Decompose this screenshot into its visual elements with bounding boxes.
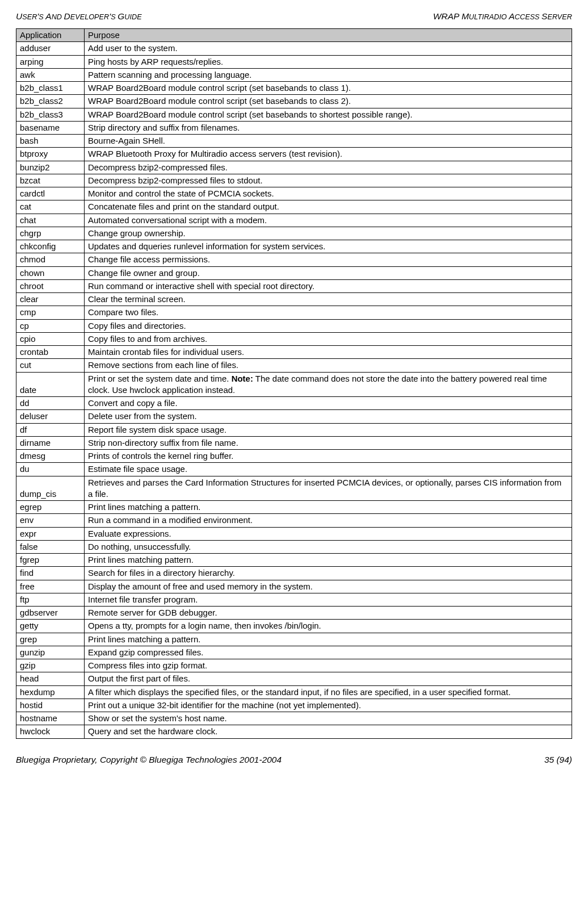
table-row: falseDo nothing, unsuccessfully. bbox=[16, 540, 572, 553]
table-row: hostnameShow or set the system's host na… bbox=[16, 712, 572, 725]
cell-application: df bbox=[16, 423, 85, 436]
table-row: freeDisplay the amount of free and used … bbox=[16, 580, 572, 593]
cell-purpose: Print lines matching a pattern. bbox=[85, 633, 572, 646]
table-row: ddConvert and copy a file. bbox=[16, 397, 572, 410]
cell-purpose: Remote server for GDB debugger. bbox=[85, 607, 572, 620]
footer-right: 35 (94) bbox=[544, 755, 572, 765]
cell-application: cat bbox=[16, 200, 85, 214]
table-row: b2b_class1WRAP Board2Board module contro… bbox=[16, 82, 572, 95]
cell-application: cp bbox=[16, 319, 85, 332]
cell-purpose: WRAP Bluetooth Proxy for Multiradio acce… bbox=[85, 148, 572, 161]
cell-application: b2b_class2 bbox=[16, 95, 85, 108]
cell-application: arping bbox=[16, 55, 85, 68]
table-row: envRun a command in a modified environme… bbox=[16, 514, 572, 527]
cell-application: gzip bbox=[16, 659, 85, 672]
cell-application: bash bbox=[16, 135, 85, 148]
header-purpose: Purpose bbox=[85, 29, 572, 42]
cell-application: chkconfig bbox=[16, 240, 85, 253]
cell-purpose: Convert and copy a file. bbox=[85, 397, 572, 410]
cell-purpose: Output the first part of files. bbox=[85, 672, 572, 685]
cell-purpose: Display the amount of free and used memo… bbox=[85, 580, 572, 593]
header-application: Application bbox=[16, 29, 85, 42]
table-row: chrootRun command or interactive shell w… bbox=[16, 279, 572, 292]
cell-application: chat bbox=[16, 214, 85, 227]
table-row: headOutput the first part of files. bbox=[16, 672, 572, 685]
cell-purpose: Delete user from the system. bbox=[85, 410, 572, 423]
cell-application: clear bbox=[16, 293, 85, 306]
cell-purpose: Updates and dqueries runlevel informatio… bbox=[85, 240, 572, 253]
table-row: cpCopy files and directories. bbox=[16, 319, 572, 332]
cell-purpose: Print out a unique 32-bit identifier for… bbox=[85, 699, 572, 712]
table-row: dfReport file system disk space usage. bbox=[16, 423, 572, 436]
table-row: awkPattern scanning and processing langu… bbox=[16, 68, 572, 81]
cell-purpose: WRAP Board2Board module control script (… bbox=[85, 82, 572, 95]
cell-application: bzcat bbox=[16, 174, 85, 187]
table-row: chkconfigUpdates and dqueries runlevel i… bbox=[16, 240, 572, 253]
cell-purpose: Internet file transfer program. bbox=[85, 593, 572, 606]
table-row: datePrint or set the system date and tim… bbox=[16, 372, 572, 397]
cell-application: grep bbox=[16, 633, 85, 646]
cell-purpose: Do nothing, unsuccessfully. bbox=[85, 540, 572, 553]
table-row: chownChange file owner and group. bbox=[16, 266, 572, 279]
table-row: dmesgPrints of controls the kernel ring … bbox=[16, 450, 572, 463]
table-row: chatAutomated conversational script with… bbox=[16, 214, 572, 227]
cell-purpose: Decompress bzip2-compressed files to std… bbox=[85, 174, 572, 187]
cell-purpose: Estimate file space usage. bbox=[85, 463, 572, 476]
table-row: bashBourne-Again SHell. bbox=[16, 135, 572, 148]
table-row: basenameStrip directory and suffix from … bbox=[16, 121, 572, 134]
table-row: adduserAdd user to the system. bbox=[16, 42, 572, 55]
cell-purpose: Opens a tty, prompts for a login name, t… bbox=[85, 620, 572, 633]
table-row: duEstimate file space usage. bbox=[16, 463, 572, 476]
table-row: catConcatenate files and print on the st… bbox=[16, 200, 572, 214]
cell-application: hostid bbox=[16, 699, 85, 712]
table-row: arpingPing hosts by ARP requests/replies… bbox=[16, 55, 572, 68]
cell-application: cardctl bbox=[16, 187, 85, 200]
table-row: exprEvaluate expressions. bbox=[16, 527, 572, 540]
table-row: cmpCompare two files. bbox=[16, 306, 572, 319]
cell-purpose: Automated conversational script with a m… bbox=[85, 214, 572, 227]
table-row: b2b_class3WRAP Board2Board module contro… bbox=[16, 108, 572, 121]
cell-application: free bbox=[16, 580, 85, 593]
table-row: ftpInternet file transfer program. bbox=[16, 593, 572, 606]
cell-application: fgrep bbox=[16, 554, 85, 567]
cell-application: ftp bbox=[16, 593, 85, 606]
cell-application: dump_cis bbox=[16, 476, 85, 501]
table-row: chmodChange file access permissions. bbox=[16, 253, 572, 266]
table-row: dirnameStrip non-directory suffix from f… bbox=[16, 436, 572, 449]
table-row: crontabMaintain crontab files for indivi… bbox=[16, 346, 572, 359]
table-row: chgrpChange group ownership. bbox=[16, 227, 572, 240]
table-row: dump_cisRetrieves and parses the Card In… bbox=[16, 476, 572, 501]
table-row: clearClear the terminal screen. bbox=[16, 293, 572, 306]
cell-purpose: Change file owner and group. bbox=[85, 266, 572, 279]
cell-application: du bbox=[16, 463, 85, 476]
cell-application: date bbox=[16, 372, 85, 397]
header-right: WRAP MULTIRADIO ACCESS SERVER bbox=[433, 11, 572, 22]
table-row: bunzip2Decompress bzip2-compressed files… bbox=[16, 161, 572, 174]
table-row: hostidPrint out a unique 32-bit identifi… bbox=[16, 699, 572, 712]
cell-application: dd bbox=[16, 397, 85, 410]
table-row: fgrepPrint lines matching pattern. bbox=[16, 554, 572, 567]
cell-purpose: Compare two files. bbox=[85, 306, 572, 319]
cell-application: expr bbox=[16, 527, 85, 540]
cell-purpose: A filter which displays the specified fi… bbox=[85, 685, 572, 699]
cell-purpose: WRAP Board2Board module control script (… bbox=[85, 108, 572, 121]
cell-application: btproxy bbox=[16, 148, 85, 161]
cell-application: cmp bbox=[16, 306, 85, 319]
cell-application: getty bbox=[16, 620, 85, 633]
header-left: USER'S AND DEVELOPER'S GUIDE bbox=[16, 11, 142, 22]
cell-application: bunzip2 bbox=[16, 161, 85, 174]
table-row: cpioCopy files to and from archives. bbox=[16, 332, 572, 345]
cell-application: find bbox=[16, 567, 85, 580]
cell-application: b2b_class1 bbox=[16, 82, 85, 95]
cell-application: deluser bbox=[16, 410, 85, 423]
page-header: USER'S AND DEVELOPER'S GUIDE WRAP MULTIR… bbox=[16, 11, 572, 22]
cell-purpose: Search for files in a directory hierarch… bbox=[85, 567, 572, 580]
cell-purpose: Copy files to and from archives. bbox=[85, 332, 572, 345]
cell-purpose: Strip directory and suffix from filename… bbox=[85, 121, 572, 134]
table-row: bzcatDecompress bzip2-compressed files t… bbox=[16, 174, 572, 187]
cell-application: false bbox=[16, 540, 85, 553]
table-row: gzipCompress files into gzip format. bbox=[16, 659, 572, 672]
cell-purpose: Strip non-directory suffix from file nam… bbox=[85, 436, 572, 449]
cell-application: awk bbox=[16, 68, 85, 81]
table-row: egrepPrint lines matching a pattern. bbox=[16, 501, 572, 514]
